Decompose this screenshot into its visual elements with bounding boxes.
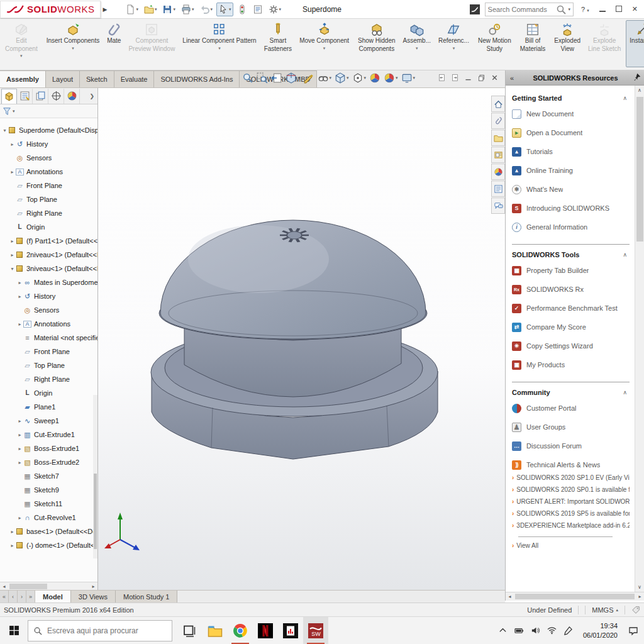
resource-link[interactable]: Copy Settings Wizard (512, 336, 630, 355)
tree-item[interactable]: ▾Superdome (Default<Display State- (0, 123, 97, 137)
tree-item[interactable]: Origin (0, 386, 97, 400)
tree-item[interactable]: Right Plane (0, 372, 97, 386)
dropdown-caret-icon[interactable]: ▾ (330, 75, 332, 80)
exploded-view-button[interactable]: ExplodedView (550, 20, 584, 67)
tree-filter-row[interactable]: ▾ (0, 104, 97, 118)
hidden-icons-icon[interactable] (496, 621, 510, 640)
first-tab-icon[interactable]: « (0, 591, 9, 602)
scroll-thumb[interactable] (9, 584, 47, 589)
tree-item[interactable]: Sketch7 (0, 469, 97, 483)
pen-icon[interactable] (562, 621, 575, 640)
news-item[interactable]: ›3DEXPERIENCE Marketplace add-in 6.27.41… (512, 522, 630, 534)
resource-link[interactable]: User Groups (512, 418, 630, 436)
file-explorer-tab-tab[interactable] (491, 130, 505, 146)
dropdown-caret-icon[interactable]: ▾ (413, 75, 416, 80)
dropdown-caret-icon[interactable]: ▾ (347, 75, 349, 80)
expand-arrow-icon[interactable]: ▸ (9, 169, 16, 175)
resource-link[interactable]: My Products (512, 355, 630, 374)
units-selector[interactable]: MMGS▴ (592, 606, 618, 614)
scroll-right-icon[interactable]: ▸ (636, 594, 644, 599)
tree-horizontal-scrollbar[interactable]: ◂ ▸ (0, 582, 97, 590)
tree-item[interactable]: ▸Cut-Extrude1 (0, 428, 97, 441)
resource-link[interactable]: SOLIDWORKS Rx (512, 280, 630, 299)
start-button[interactable] (0, 617, 28, 644)
restore-doc-icon[interactable] (477, 74, 486, 82)
select-cursor-button[interactable]: ▾ (216, 3, 233, 16)
annotation-view-button[interactable] (303, 72, 314, 84)
dropdown-caret-icon[interactable]: ▾ (155, 7, 157, 12)
section-header[interactable]: Getting Started∧ (512, 92, 630, 104)
resource-link[interactable]: Performance Benchmark Test (512, 299, 630, 318)
minimize-button[interactable] (597, 6, 608, 13)
expand-arrow-icon[interactable]: ▸ (16, 446, 23, 452)
model-3d[interactable] (98, 88, 505, 590)
resource-link[interactable]: Tutorials (512, 142, 630, 161)
tree-item[interactable]: ▸History (0, 289, 97, 303)
dropdown-caret-icon[interactable]: ▾ (323, 46, 326, 51)
search-mag-icon[interactable] (556, 4, 566, 14)
tree-item[interactable]: Front Plane (0, 345, 97, 358)
appearances-tab[interactable] (491, 164, 505, 180)
dropdown-caret-icon[interactable]: ▾ (136, 7, 138, 12)
resource-link[interactable]: Introducing SOLIDWORKS (512, 199, 630, 218)
file-explorer-taskbar-button[interactable] (203, 617, 228, 644)
expand-arrow-icon[interactable]: ▸ (9, 238, 16, 244)
view-all-link[interactable]: ›View All (512, 542, 630, 554)
action-center-button[interactable] (623, 617, 644, 644)
media-app-taskbar-button[interactable] (278, 617, 303, 644)
displaymanager-tab[interactable] (64, 89, 80, 104)
filter-caret-icon[interactable]: ▾ (13, 109, 15, 114)
section-collapse-icon[interactable]: ∧ (623, 95, 630, 101)
close-doc-icon[interactable] (491, 74, 499, 82)
last-tab-icon[interactable]: » (26, 591, 35, 602)
dropdown-caret-icon[interactable]: ▾ (279, 7, 282, 12)
dimxpertmanager-tab[interactable] (48, 89, 64, 104)
menu-flyout-arrow-icon[interactable]: ▶ (103, 6, 108, 13)
show-hidden-components-button[interactable]: Show HiddenComponents (354, 20, 399, 67)
forum-tab[interactable] (491, 197, 505, 214)
next-tab-icon[interactable]: › (18, 591, 26, 602)
scroll-down-icon[interactable]: ∨ (635, 582, 644, 592)
solidworks-app-taskbar-button[interactable]: SW (303, 617, 328, 644)
display-style-button[interactable]: ▾ (335, 72, 349, 84)
tree-item[interactable]: Plane1 (0, 400, 97, 414)
apply-scene-button[interactable]: ▾ (384, 72, 398, 84)
dropdown-caret-icon[interactable]: ▾ (229, 7, 231, 12)
expand-arrow-icon[interactable]: ▸ (9, 252, 16, 258)
expand-arrow-icon[interactable]: ▸ (16, 460, 23, 465)
tree-item[interactable]: Sketch9 (0, 483, 97, 497)
dropdown-caret-icon[interactable]: ▾ (218, 46, 221, 51)
linear-component-pattern-button[interactable]: Linear Component Pattern▾ (179, 20, 260, 67)
tree-item[interactable]: Sensors (0, 151, 97, 165)
dropdown-caret-icon[interactable]: ▾ (72, 46, 74, 51)
tree-item[interactable]: Front Plane (0, 179, 97, 192)
resource-link[interactable]: Compare My Score (512, 318, 630, 336)
tab-solidworks-add-ins[interactable]: SOLIDWORKS Add-Ins (154, 70, 240, 87)
scroll-up-icon[interactable]: ∧ (635, 86, 644, 95)
section-view-button[interactable]: ▾ (286, 72, 300, 84)
tree-item[interactable]: ▸Boss-Extrude1 (0, 441, 97, 455)
tab-sketch[interactable]: Sketch (80, 70, 114, 87)
previous-window-icon[interactable] (438, 74, 446, 82)
pin-icon[interactable] (633, 73, 644, 83)
print-button[interactable]: ▾ (179, 3, 196, 16)
tree-item[interactable]: ▸History (0, 137, 97, 151)
close-button[interactable]: ✕ (630, 5, 640, 13)
section-header[interactable]: Community∧ (512, 386, 630, 399)
scroll-thumb[interactable] (515, 594, 635, 599)
hide-show-items-button[interactable]: ▾ (318, 72, 332, 84)
resource-link[interactable]: Technical Alerts & News (512, 455, 630, 474)
new-motion-study-button[interactable]: New MotionStudy (474, 20, 515, 67)
rebuild-button[interactable] (235, 3, 249, 16)
new-document-button[interactable]: ▾ (123, 3, 140, 16)
resource-link[interactable]: What's New (512, 180, 630, 199)
dropdown-caret-icon[interactable]: ▾ (192, 7, 194, 12)
graphics-viewport[interactable] (98, 88, 505, 590)
tree-item[interactable]: ▾3niveau<1> (Default<<Default>_ (0, 262, 97, 275)
dropdown-caret-icon[interactable]: ▾ (211, 7, 213, 12)
resource-link[interactable]: General Information (512, 218, 630, 236)
section-collapse-icon[interactable]: ∧ (623, 252, 630, 258)
section-collapse-icon[interactable]: ∧ (623, 389, 630, 396)
tree-item[interactable]: ▸Annotations (0, 317, 97, 331)
zoom-area-button[interactable] (257, 72, 268, 84)
